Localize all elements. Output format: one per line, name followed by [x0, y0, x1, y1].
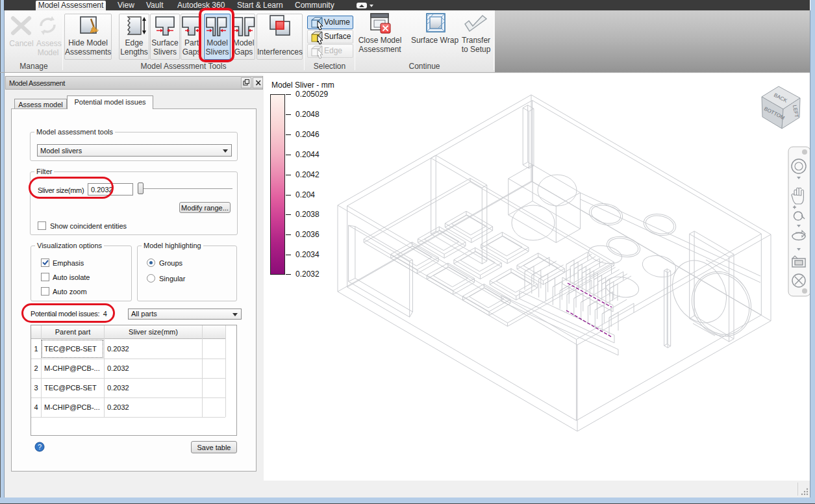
svg-text:?: ?: [38, 443, 42, 451]
